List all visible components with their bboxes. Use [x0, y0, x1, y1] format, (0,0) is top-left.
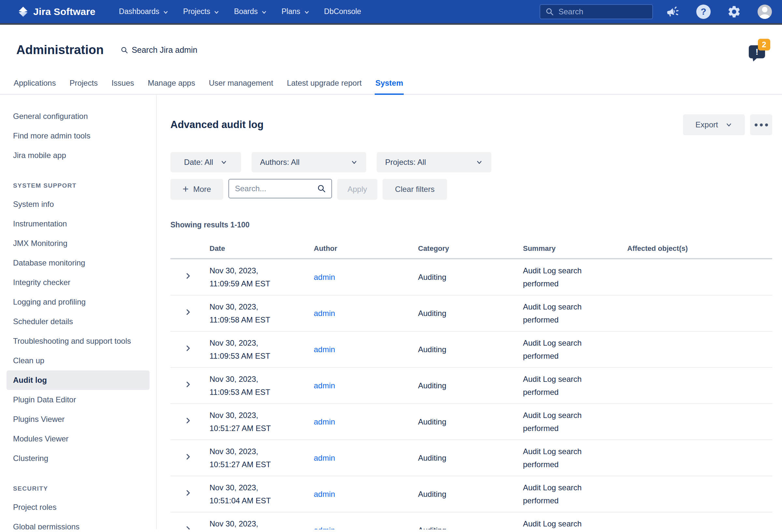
cell-category: Auditing: [418, 512, 523, 529]
audit-search-input[interactable]: [235, 184, 307, 193]
tab-manage-apps[interactable]: Manage apps: [147, 78, 196, 95]
sidebar: General configurationFind more admin too…: [0, 95, 157, 529]
user-avatar[interactable]: [757, 4, 772, 19]
clear-filters-button[interactable]: Clear filters: [383, 179, 447, 200]
search-jira-admin-button[interactable]: Search Jira admin: [120, 45, 197, 55]
expand-row-chevron-icon[interactable]: [184, 489, 192, 497]
sidebar-item-jmx-monitoring[interactable]: JMX Monitoring: [0, 234, 156, 253]
author-link[interactable]: admin: [314, 273, 335, 281]
gear-icon[interactable]: [726, 4, 742, 19]
expand-row-chevron-icon[interactable]: [184, 272, 192, 280]
expand-row-chevron-icon[interactable]: [184, 453, 192, 461]
audit-log-table: DateAuthorCategorySummaryAffected object…: [170, 239, 772, 529]
cell-affected-objects: [627, 259, 772, 295]
sidebar-item-global-permissions[interactable]: Global permissions: [0, 517, 156, 529]
cell-author: admin: [314, 476, 418, 512]
tab-latest-upgrade-report[interactable]: Latest upgrade report: [286, 78, 362, 95]
summary-text: Audit Log search performed: [523, 300, 588, 326]
cell-affected-objects: [627, 331, 772, 367]
navbar-search-input[interactable]: Search: [540, 4, 653, 19]
sidebar-item-troubleshooting-and-support-tools[interactable]: Troubleshooting and support tools: [0, 331, 156, 351]
expand-row-chevron-icon[interactable]: [184, 417, 192, 425]
sidebar-item-system-info[interactable]: System info: [0, 194, 156, 214]
sidebar-section: SECURITYProject rolesGlobal permissions: [0, 485, 156, 529]
tab-applications[interactable]: Applications: [13, 78, 57, 95]
date-line2: 10:51:27 AM EST: [210, 422, 314, 435]
table-row: Nov 30, 2023, 11:09:53 AM EST admin Audi…: [170, 367, 772, 404]
author-link[interactable]: admin: [314, 490, 335, 498]
sidebar-item-clustering[interactable]: Clustering: [0, 449, 156, 468]
navbar-menu-item[interactable]: Plans: [282, 7, 310, 16]
notification-count-badge: 2: [758, 39, 770, 50]
summary-text: Audit Log search performed: [523, 264, 588, 290]
megaphone-icon[interactable]: [665, 4, 680, 19]
navbar-menu-item[interactable]: DbConsole: [324, 7, 361, 16]
date-filter-dropdown[interactable]: Date: All: [170, 152, 241, 172]
navbar-menu-item[interactable]: Dashboards: [119, 7, 169, 16]
sidebar-item-plugins-viewer[interactable]: Plugins Viewer: [0, 410, 156, 429]
help-icon[interactable]: ?: [696, 4, 711, 19]
more-options-button[interactable]: [750, 114, 772, 135]
sidebar-item-database-monitoring[interactable]: Database monitoring: [0, 253, 156, 273]
sidebar-item-plugin-data-editor[interactable]: Plugin Data Editor: [0, 390, 156, 410]
sidebar-item-modules-viewer[interactable]: Modules Viewer: [0, 429, 156, 449]
jira-logo[interactable]: Jira Software: [17, 6, 96, 17]
export-button[interactable]: Export: [683, 114, 745, 135]
cell-affected-objects: [627, 295, 772, 331]
date-line2: 11:09:53 AM EST: [210, 350, 314, 363]
sidebar-item-logging-and-profiling[interactable]: Logging and profiling: [0, 292, 156, 312]
summary-text: Audit Log search performed: [523, 445, 588, 471]
expand-row-chevron-icon[interactable]: [184, 308, 192, 316]
tab-system[interactable]: System: [375, 78, 404, 95]
chevron-down-icon: [261, 9, 267, 15]
tab-user-management[interactable]: User management: [208, 78, 274, 95]
search-jira-admin-label: Search Jira admin: [132, 45, 197, 55]
expand-row-chevron-icon[interactable]: [184, 525, 192, 529]
col-date: Date: [210, 239, 314, 259]
ellipsis-icon: [755, 123, 768, 127]
more-filters-button[interactable]: + More: [170, 179, 223, 200]
navbar-menu-item[interactable]: Projects: [183, 7, 220, 16]
sidebar-item-clean-up[interactable]: Clean up: [0, 351, 156, 370]
date-line1: Nov 30, 2023,: [210, 409, 314, 422]
date-line1: Nov 30, 2023,: [210, 481, 314, 494]
cell-date: Nov 30, 2023, 10:51:04 AM EST: [210, 476, 314, 512]
sidebar-item-integrity-checker[interactable]: Integrity checker: [0, 273, 156, 292]
tab-issues[interactable]: Issues: [111, 78, 135, 95]
date-line1: Nov 30, 2023,: [210, 300, 314, 313]
sidebar-item-find-more-admin-tools[interactable]: Find more admin tools: [0, 126, 156, 146]
author-link[interactable]: admin: [314, 381, 335, 390]
sidebar-item-instrumentation[interactable]: Instrumentation: [0, 214, 156, 234]
filter-row-secondary: + More Apply Clear filters: [170, 179, 772, 200]
author-link[interactable]: admin: [314, 345, 335, 354]
cell-author: admin: [314, 295, 418, 331]
sidebar-item-general-configuration[interactable]: General configuration: [0, 107, 156, 126]
date-line2: 11:09:53 AM EST: [210, 386, 314, 399]
projects-filter-dropdown[interactable]: Projects: All: [377, 152, 491, 172]
question-mark-glyph: ?: [696, 5, 711, 19]
apply-button[interactable]: Apply: [337, 179, 377, 200]
expand-row-chevron-icon[interactable]: [184, 344, 192, 352]
date-line2: 10:51:27 AM EST: [210, 458, 314, 471]
cell-summary: Audit Log search performed: [523, 367, 627, 404]
search-icon[interactable]: [317, 184, 326, 193]
sidebar-item-scheduler-details[interactable]: Scheduler details: [0, 312, 156, 331]
expand-row-chevron-icon[interactable]: [184, 381, 192, 388]
author-link[interactable]: admin: [314, 526, 335, 529]
cell-affected-objects: [627, 512, 772, 529]
date-line1: Nov 30, 2023,: [210, 517, 314, 529]
notifications-icon[interactable]: ! 2: [749, 43, 767, 58]
sidebar-item-audit-log[interactable]: Audit log: [6, 370, 149, 390]
navbar-icons: ?: [665, 4, 772, 19]
authors-filter-dropdown[interactable]: Authors: All: [252, 152, 366, 172]
page-title: Administration: [16, 43, 104, 57]
author-link[interactable]: admin: [314, 417, 335, 426]
chevron-down-icon: [163, 9, 169, 15]
navbar-menu-label: DbConsole: [324, 7, 361, 16]
tab-projects[interactable]: Projects: [69, 78, 98, 95]
author-link[interactable]: admin: [314, 454, 335, 462]
navbar-menu-item[interactable]: Boards: [234, 7, 267, 16]
author-link[interactable]: admin: [314, 309, 335, 318]
sidebar-item-jira-mobile-app[interactable]: Jira mobile app: [0, 146, 156, 165]
sidebar-item-project-roles[interactable]: Project roles: [0, 497, 156, 517]
